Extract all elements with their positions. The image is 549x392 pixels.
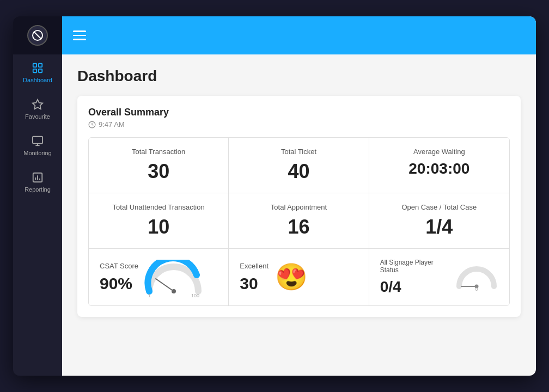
sidebar-favourite-label: Favourite bbox=[25, 113, 50, 120]
summary-card: Overall Summary 9:47 AM Total Transactio… bbox=[77, 96, 521, 317]
svg-line-1 bbox=[34, 32, 41, 39]
sidebar-logo bbox=[13, 16, 62, 54]
signage-gauge-min: 0 bbox=[475, 286, 478, 292]
stat-appointment: Total Appointment 16 bbox=[229, 193, 369, 249]
svg-point-16 bbox=[172, 289, 176, 293]
logo-icon bbox=[27, 25, 48, 46]
stat-value-opencase: 1/4 bbox=[380, 216, 498, 238]
stat-label-opencase: Open Case / Total Case bbox=[380, 203, 498, 211]
svg-rect-7 bbox=[33, 137, 42, 144]
sidebar-item-monitoring[interactable]: Monitoring bbox=[13, 127, 62, 164]
stat-unattended: Total Unattended Transaction 10 bbox=[89, 193, 229, 249]
stat-value-transaction: 30 bbox=[100, 160, 217, 183]
page-content: Dashboard Overall Summary 9:47 AM bbox=[62, 54, 536, 376]
stat-value-appointment: 16 bbox=[240, 216, 357, 238]
summary-header: Overall Summary 9:47 AM bbox=[88, 107, 510, 128]
stat-label-waiting: Average Waiting bbox=[380, 148, 498, 156]
sidebar-monitoring-label: Monitoring bbox=[23, 150, 51, 156]
stat-total-transaction: Total Transaction 30 bbox=[89, 138, 229, 193]
stat-total-ticket: Total Ticket 40 bbox=[229, 138, 369, 193]
menu-button[interactable] bbox=[73, 30, 86, 40]
stat-csat: CSAT Score 90% bbox=[89, 249, 229, 305]
stat-label-ticket: Total Ticket bbox=[240, 148, 357, 156]
stat-value-waiting: 20:03:00 bbox=[380, 160, 498, 177]
screen-wrapper: Dashboard Favourite Monitoring Repo bbox=[13, 16, 536, 376]
summary-time: 9:47 AM bbox=[88, 120, 510, 128]
sidebar-item-dashboard[interactable]: Dashboard bbox=[13, 54, 62, 91]
sidebar: Dashboard Favourite Monitoring Repo bbox=[13, 16, 62, 376]
stat-value-unattended: 10 bbox=[100, 216, 217, 238]
csat-gauge: 1 100 bbox=[144, 260, 204, 295]
main-content: Dashboard Overall Summary 9:47 AM bbox=[62, 16, 536, 376]
stat-label-unattended: Total Unattended Transaction bbox=[100, 203, 217, 211]
svg-rect-3 bbox=[39, 64, 42, 67]
sidebar-item-favourite[interactable]: Favourite bbox=[13, 91, 62, 127]
stat-label-appointment: Total Appointment bbox=[240, 203, 357, 211]
svg-rect-4 bbox=[33, 69, 36, 72]
stats-grid: Total Transaction 30 Total Ticket 40 Ave… bbox=[88, 137, 510, 306]
stat-signage: All Signage Player Status 0/4 0 bbox=[369, 249, 509, 305]
topbar bbox=[62, 16, 536, 54]
svg-rect-5 bbox=[39, 69, 42, 72]
page-title: Dashboard bbox=[77, 68, 521, 85]
svg-line-15 bbox=[156, 279, 174, 291]
summary-title: Overall Summary bbox=[88, 107, 510, 118]
excellent-emoji: 😍 bbox=[275, 264, 308, 290]
sidebar-reporting-label: Reporting bbox=[25, 186, 51, 193]
csat-label: CSAT Score bbox=[100, 262, 138, 270]
stat-value-ticket: 40 bbox=[240, 160, 357, 183]
clock-icon bbox=[88, 121, 96, 128]
gauge-max-label: 100 bbox=[191, 293, 199, 298]
gauge-min-label: 1 bbox=[148, 293, 151, 298]
stat-open-case: Open Case / Total Case 1/4 bbox=[369, 193, 509, 249]
svg-marker-6 bbox=[33, 100, 42, 109]
signage-gauge: 0 bbox=[455, 262, 498, 292]
signage-value: 0/4 bbox=[380, 278, 449, 296]
excellent-value: 30 bbox=[240, 274, 269, 293]
signage-label: All Signage Player Status bbox=[380, 259, 449, 274]
stat-average-waiting: Average Waiting 20:03:00 bbox=[369, 138, 509, 193]
csat-value: 90% bbox=[100, 274, 138, 293]
sidebar-item-reporting[interactable]: Reporting bbox=[13, 164, 62, 200]
stat-excellent: Excellent 30 😍 bbox=[229, 249, 369, 305]
sidebar-dashboard-label: Dashboard bbox=[23, 77, 52, 83]
stat-label-transaction: Total Transaction bbox=[100, 148, 217, 156]
excellent-label: Excellent bbox=[240, 262, 269, 270]
svg-rect-2 bbox=[33, 64, 36, 67]
